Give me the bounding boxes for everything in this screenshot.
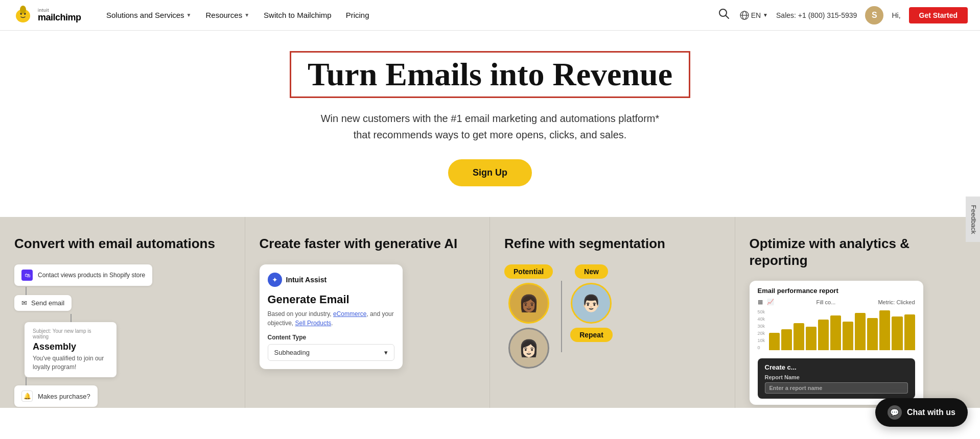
automation-flow: 🛍 Contact views products in Shopify stor… [14,264,230,408]
seg-avatar-1: 👩🏾 [508,283,549,324]
chevron-down-icon: ▾ [384,349,388,356]
seg-tag-new: New [575,264,608,279]
search-icon [718,8,730,19]
create-label: Create c... [765,363,908,371]
nav-cta-button[interactable]: Get Started [909,7,968,23]
chart-bar [794,323,804,351]
email-brand: Assembly [33,342,108,352]
line-chart-icon[interactable]: 📈 [767,299,774,305]
chat-bubble-icon: 💬 [888,405,902,408]
bar-chart [769,309,915,350]
navbar: intuit mailchimp Solutions and Services … [0,0,980,31]
search-button[interactable] [716,6,732,24]
nav-resources[interactable]: Resources ▼ [200,7,256,23]
hi-label: Hi, [892,11,900,19]
feedback-tab[interactable]: Feedback [966,197,980,242]
seg-tag-repeat: Repeat [570,328,613,342]
ai-mock-card: ✦ Intuit Assist Generate Email Based on … [260,264,403,369]
user-avatar[interactable]: S [865,6,883,25]
mailchimp-logo-icon [12,5,34,26]
email-icon: ✉ [21,299,27,307]
send-email-label: Send email [31,299,64,307]
language-selector[interactable]: EN ▼ [740,11,768,20]
svg-point-5 [16,12,20,18]
chart-bar [818,320,829,350]
chart-with-yaxis: 50k 40k 30k 20k 10k 0 [758,309,915,354]
chart-bar [867,318,878,350]
seg-avatar-3: 👩🏻 [508,328,549,369]
analytics-mock-card: Email performance report ▦ 📈 Fill co... … [750,281,923,405]
analytics-report-title: Email performance report [758,287,915,295]
ai-generate-title: Generate Email [268,293,394,306]
create-overlay: Create c... Report Name Enter a report n… [758,358,915,399]
svg-line-8 [726,16,729,19]
ai-link-sell[interactable]: Sell Products [295,320,332,327]
hero-headline: Turn Emails into Revenue [308,57,672,92]
mailchimp-label: mailchimp [38,13,81,22]
flow-connector-2 [71,314,72,322]
feature-title-analytics: Optimize with analytics & reporting [750,235,966,269]
nav-right: EN ▼ Sales: +1 (800) 315-5939 S Hi, Get … [716,6,968,25]
avatar-placeholder-1: 👩🏾 [510,284,548,322]
purchase-label: Makes purchase? [38,393,90,400]
analytics-controls: ▦ 📈 Fill co... Metric: Clicked [758,299,915,305]
seg-tag-potential: Potential [504,264,553,279]
flow-connector-3 [26,377,27,385]
flow-step-shopify: 🛍 Contact views products in Shopify stor… [14,264,152,286]
ai-brand-icon: ✦ [268,273,282,287]
logo-text: intuit mailchimp [38,8,81,22]
svg-point-4 [20,6,26,14]
avatar-placeholder-2: 👨🏻 [572,284,610,322]
report-name-label: Report Name [765,374,908,380]
chevron-down-icon: ▼ [186,12,192,18]
nav-pricing[interactable]: Pricing [340,7,376,23]
bar-chart-icon[interactable]: ▦ [758,299,763,305]
chevron-down-icon: ▼ [244,12,249,18]
chart-bar [769,333,780,350]
logo[interactable]: intuit mailchimp [12,5,84,26]
ai-link-ecommerce[interactable]: eCommerce [333,310,366,318]
feature-card-automations: Convert with email automations 🛍 Contact… [0,217,245,408]
feature-title-automations: Convert with email automations [14,235,230,252]
seg-right-col: New 👨🏻 Repeat [570,264,613,342]
sales-phone: Sales: +1 (800) 315-5939 [776,11,857,19]
chart-type-buttons: ▦ 📈 [758,299,774,305]
content-type-select[interactable]: Subheading ▾ [268,344,394,361]
feature-card-analytics: Optimize with analytics & reporting Emai… [735,217,981,408]
feature-title-segmentation: Refine with segmentation [504,235,720,252]
segmentation-demo: Potential 👩🏾 👩🏻 New 👨🏻 Repeat [504,264,720,369]
seg-divider [561,281,562,352]
chart-bar [879,310,890,350]
signup-button[interactable]: Sign Up [448,159,532,186]
metric-selector[interactable]: Metric: Clicked [878,299,915,305]
chat-widget[interactable]: 💬 Chat with us [875,398,968,408]
nav-links: Solutions and Services ▼ Resources ▼ Swi… [100,7,716,23]
ai-description: Based on your industry, eCommerce, and y… [268,309,394,328]
nav-solutions[interactable]: Solutions and Services ▼ [100,7,198,23]
hero-section: Turn Emails into Revenue Win new custome… [0,31,980,217]
features-section: Convert with email automations 🛍 Contact… [0,217,980,408]
chart-bar [781,329,792,350]
hero-subheadline: Win new customers with the #1 email mark… [321,110,660,143]
flow-step-purchase: 🔔 Makes purchase? [14,385,98,407]
flow-step-label: Contact views products in Shopify store [38,272,145,279]
avatar-placeholder-3: 👩🏻 [510,329,548,367]
chevron-down-icon: ▼ [763,12,768,18]
seg-avatar-2: 👨🏻 [571,283,612,324]
feature-title-ai: Create faster with generative AI [260,235,476,252]
report-name-input[interactable]: Enter a report name [765,382,908,394]
flow-connector [26,287,27,295]
ai-brand-label: Intuit Assist [286,276,327,284]
shopify-icon: 🛍 [21,270,33,281]
svg-point-6 [26,12,30,18]
chart-bar [843,322,853,351]
flow-step-email: ✉ Send email [14,295,72,311]
chart-bar [904,314,915,350]
content-type-label: Content Type [268,334,394,341]
y-axis-labels: 50k 40k 30k 20k 10k 0 [758,309,765,350]
nav-switch[interactable]: Switch to Mailchimp [258,7,338,23]
feature-card-ai: Create faster with generative AI ✦ Intui… [245,217,491,408]
email-preview-card: Subject: Your new lamp is waiting Assemb… [25,322,116,378]
chart-bar [830,315,841,350]
email-body: You've qualified to join our loyalty pro… [33,354,108,372]
